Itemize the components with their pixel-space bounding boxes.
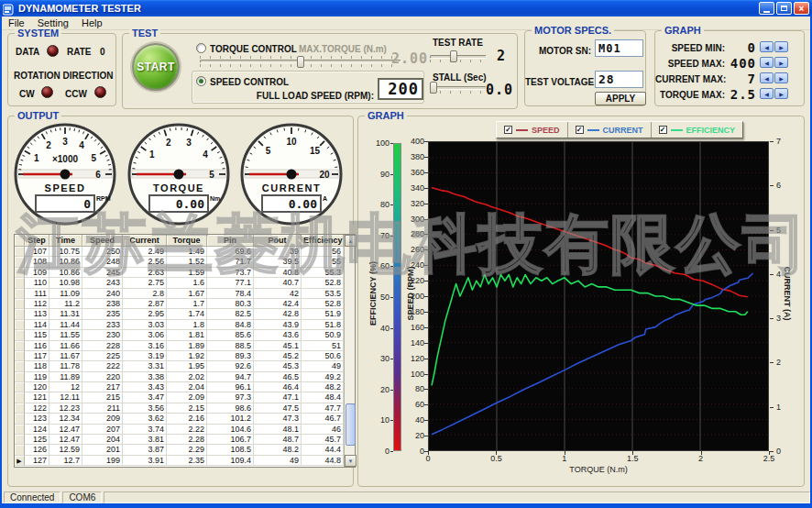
current-checkbox[interactable]: ✓: [576, 126, 584, 134]
table-cell: 201: [82, 445, 123, 455]
table-cell: 199: [82, 456, 123, 466]
speed-tick-label: 120: [401, 354, 424, 363]
test-voltage-input[interactable]: 28: [595, 71, 643, 88]
motor-sn-input[interactable]: M01: [595, 39, 643, 57]
efficiency-tick-label: 70: [371, 231, 390, 240]
table-row[interactable]: ▶12712.71993.912.35109.44944.8: [15, 456, 344, 466]
table-header-time[interactable]: Time: [49, 235, 82, 247]
table-header-speed[interactable]: Speed: [82, 235, 123, 247]
output-group: OUTPUT 123456×1000SPEED0RPM 12345TORQUE0…: [7, 116, 354, 487]
test-rate-slider-thumb[interactable]: [450, 50, 457, 62]
axis-tick: [496, 451, 497, 455]
spin-right-icon[interactable]: ▶: [774, 72, 788, 83]
output-group-title: OUTPUT: [15, 110, 61, 121]
stall-slider[interactable]: [430, 85, 487, 94]
table-cell: 1.49: [167, 247, 207, 257]
max-torque-slider-thumb[interactable]: [297, 56, 304, 68]
axis-tick: [390, 174, 393, 175]
table-cell: 51.9: [302, 309, 344, 319]
table-cell: 215: [82, 392, 123, 403]
table-row[interactable]: 11311.312352.951.7482.542.851.9: [15, 309, 344, 319]
table-cell: 50.9: [302, 330, 344, 340]
spin-right-icon[interactable]: ▶: [774, 41, 788, 52]
speed-checkbox[interactable]: ✓: [504, 126, 512, 134]
table-row[interactable]: 11411.442333.031.884.843.951.8: [15, 320, 344, 330]
spin-left-icon[interactable]: ◀: [760, 72, 774, 83]
spin-left-icon[interactable]: ◀: [760, 88, 774, 99]
table-scrollbar[interactable]: ▲ ▼: [344, 235, 355, 467]
torque-control-radio[interactable]: [196, 43, 206, 53]
table-row[interactable]: 11010.982432.751.677.140.752.8: [15, 278, 344, 288]
test-rate-value: 2: [497, 48, 506, 64]
table-row[interactable]: 10910.862452.631.5973.740.855.3: [15, 268, 344, 278]
table-row[interactable]: 10710.752502.491.4969.63956: [15, 247, 344, 257]
table-header-current[interactable]: Current: [123, 235, 167, 247]
rate-value: 0: [100, 47, 105, 57]
table-row[interactable]: 120122173.432.0496.146.448.2: [15, 382, 344, 392]
speed-control-radio[interactable]: [196, 76, 206, 86]
table-row[interactable]: 10810.862482.561.5271.739.555: [15, 257, 344, 267]
svg-text:SPEED: SPEED: [45, 182, 86, 193]
stall-label: STALL (Sec): [433, 72, 487, 83]
svg-text:10: 10: [286, 137, 297, 147]
svg-text:1: 1: [34, 153, 39, 163]
spin-right-icon[interactable]: ▶: [774, 88, 788, 99]
row-marker: [15, 392, 25, 403]
current-tick-label: 5: [776, 226, 793, 235]
table-cell: 11.55: [49, 330, 82, 340]
table-header-pout[interactable]: Pout: [254, 235, 302, 247]
table-header-efficiency[interactable]: Efficiency: [302, 235, 344, 247]
axis-tick: [424, 404, 428, 405]
table-row[interactable]: 12412.472073.742.22104.648.146: [15, 425, 344, 435]
close-button[interactable]: ×: [794, 2, 809, 15]
table-cell: 69.6: [207, 247, 254, 257]
table-row[interactable]: 11111.092402.81.6778.44253.5: [15, 289, 344, 299]
table-row[interactable]: 11211.22382.871.780.342.452.8: [15, 299, 344, 309]
table-cell: 97.3: [207, 392, 254, 403]
table-row[interactable]: 11511.552303.061.8185.643.650.9: [15, 330, 344, 340]
spin-right-icon[interactable]: ▶: [774, 57, 788, 68]
scroll-up-icon[interactable]: ▲: [345, 235, 357, 247]
scroll-thumb[interactable]: [346, 403, 356, 446]
apply-button[interactable]: APPLY: [595, 92, 646, 105]
stall-slider-thumb[interactable]: [430, 82, 437, 94]
table-row[interactable]: 12312.342093.622.16101.247.346.7: [15, 414, 344, 424]
test-rate-slider[interactable]: [430, 54, 487, 62]
restore-button[interactable]: [776, 2, 792, 15]
menu-help[interactable]: Help: [75, 17, 109, 28]
table-row[interactable]: 12612.592013.872.29108.548.244.4: [15, 445, 344, 455]
table-header-torque[interactable]: Torque: [167, 235, 207, 247]
table-cell: 11.09: [49, 289, 82, 299]
speed-gauge: 123456×1000SPEED0RPM: [11, 122, 119, 234]
speed-tick-label: 140: [401, 338, 424, 348]
table-cell: 113: [25, 309, 49, 319]
table-cell: 11.31: [49, 309, 82, 319]
table-header-step[interactable]: Step: [25, 235, 49, 247]
efficiency-tick-label: 80: [371, 200, 390, 209]
spin-left-icon[interactable]: ◀: [760, 41, 774, 52]
start-button[interactable]: START: [132, 43, 180, 91]
table-cell: 44.8: [302, 456, 344, 466]
table-row[interactable]: 11611.662283.161.8988.545.151: [15, 341, 344, 351]
table-header-pin[interactable]: Pin: [207, 235, 254, 247]
table-row[interactable]: 11711.672253.191.9289.345.250.6: [15, 351, 344, 361]
table-row[interactable]: 11911.892203.382.0294.746.549.2: [15, 372, 344, 382]
rate-label: RATE: [67, 47, 91, 57]
efficiency-checkbox[interactable]: ✓: [659, 126, 667, 134]
scroll-down-icon[interactable]: ▼: [345, 455, 357, 467]
efficiency-tick-label: 100: [371, 138, 390, 148]
current-tick-label: 4: [776, 270, 793, 279]
spin-left-icon[interactable]: ◀: [760, 57, 774, 68]
max-torque-label: MAX.TORQUE (N.m): [299, 44, 387, 54]
table-row[interactable]: 12212.232113.562.1598.647.547.7: [15, 403, 344, 414]
max-torque-slider[interactable]: [200, 56, 401, 67]
table-row[interactable]: 11811.782223.311.9592.645.349: [15, 361, 344, 371]
table-row[interactable]: 12512.472043.812.28106.748.745.7: [15, 435, 344, 445]
slider-ticks: [430, 91, 487, 94]
table-row[interactable]: 12112.112153.472.0997.347.148.4: [15, 392, 344, 403]
minimize-button[interactable]: [759, 2, 774, 15]
table-cell: 11.66: [49, 341, 82, 351]
current-max-spinner: ◀▶: [760, 72, 788, 83]
speed-min-label: SPEED MIN:: [655, 43, 725, 53]
table-cell: 45.3: [254, 361, 302, 371]
